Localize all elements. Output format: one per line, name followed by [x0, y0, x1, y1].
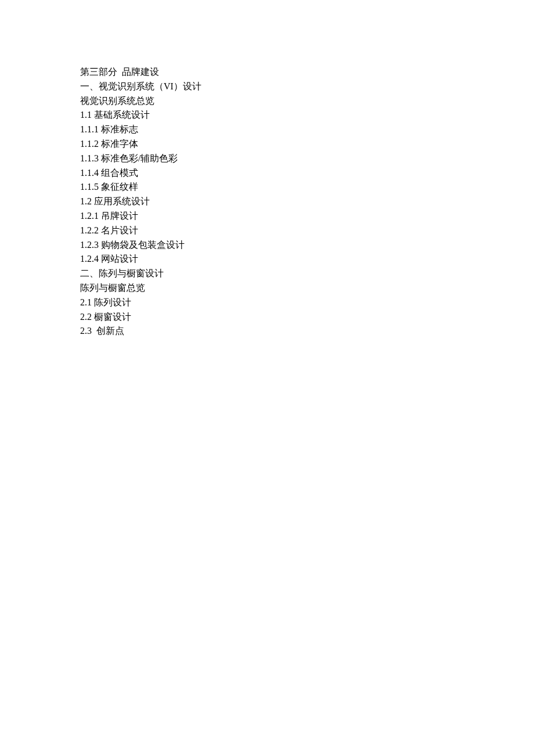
toc-line-17: 2.2 橱窗设计 [80, 310, 534, 325]
document-content: 第三部分 品牌建设 一、视觉识别系统（VI）设计 视觉识别系统总览 1.1 基础… [80, 65, 534, 339]
toc-line-18: 2.3 创新点 [80, 324, 534, 339]
toc-line-1: 一、视觉识别系统（VI）设计 [80, 80, 534, 94]
toc-line-15: 陈列与橱窗总览 [80, 281, 534, 296]
toc-line-5: 1.1.2 标准字体 [80, 137, 534, 152]
toc-line-0: 第三部分 品牌建设 [80, 65, 534, 80]
toc-line-6: 1.1.3 标准色彩/辅助色彩 [80, 152, 534, 166]
toc-line-4: 1.1.1 标准标志 [80, 123, 534, 137]
toc-line-13: 1.2.4 网站设计 [80, 252, 534, 267]
toc-line-2: 视觉识别系统总览 [80, 94, 534, 109]
toc-line-14: 二、陈列与橱窗设计 [80, 267, 534, 281]
toc-line-10: 1.2.1 吊牌设计 [80, 209, 534, 224]
toc-line-7: 1.1.4 组合模式 [80, 166, 534, 181]
toc-line-12: 1.2.3 购物袋及包装盒设计 [80, 238, 534, 253]
toc-line-11: 1.2.2 名片设计 [80, 224, 534, 238]
toc-line-16: 2.1 陈列设计 [80, 296, 534, 310]
toc-line-3: 1.1 基础系统设计 [80, 108, 534, 123]
toc-line-8: 1.1.5 象征纹样 [80, 180, 534, 195]
toc-line-9: 1.2 应用系统设计 [80, 195, 534, 209]
